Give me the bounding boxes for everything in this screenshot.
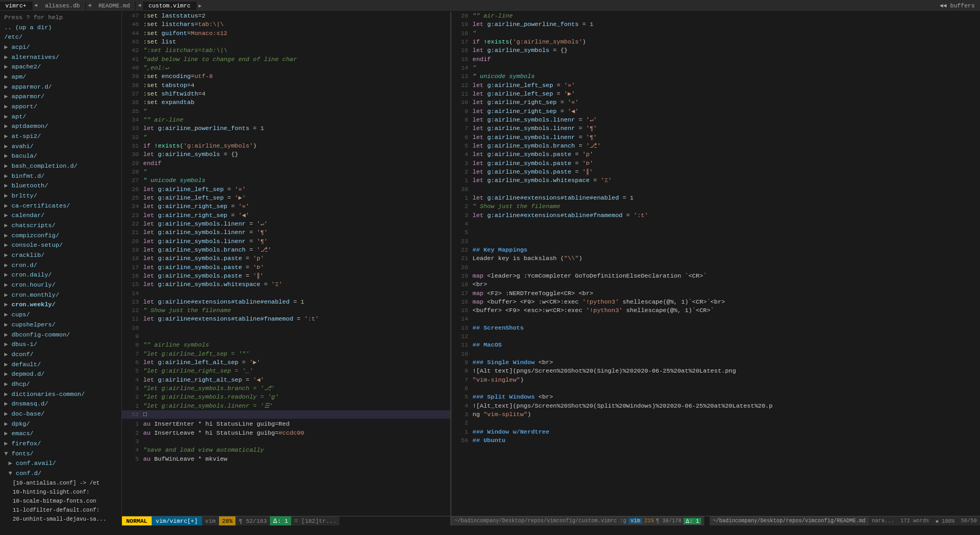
tree-item[interactable]: .. (up a dir) [0,23,121,33]
buffers-button[interactable]: ◄◄ buffers [934,2,980,10]
tree-item[interactable]: ▶ apache2/ [0,62,121,72]
code-line: 6let g:airline_symbols.linenr = '¶' [451,133,980,142]
code-line: 3 [122,437,450,446]
tree-item[interactable]: ▶ cracklib/ [0,251,121,261]
code-line: 15endif [451,55,980,64]
code-line: 2let g:airline_symbols.paste = '∥' [451,168,980,176]
right-editor-pane: 20"" air-line 19let g:airline_powerline_… [451,12,980,525]
tab-label: custom.vimrc [148,3,190,9]
code-line: 14 [451,315,980,323]
code-line: 16 let g:airline_symbols = {} [451,46,980,55]
tab-vimrc[interactable]: vimrc+ [0,2,32,10]
tree-item[interactable]: ▶ cron.monthly/ [0,290,121,300]
code-line: 44:set guifont=Monaco:s12 [122,29,450,38]
code-line: 1au InsertEnter * hi StatusLine guibg=Re… [122,420,450,428]
tree-item[interactable]: ▶ apport/ [0,102,121,112]
code-line: 5 [451,228,980,237]
tree-item[interactable]: ▶ depmod.d/ [0,369,121,379]
right-status-readme-path: ~/badincompany/Desktop/repos/vimconfig/R… [710,516,869,525]
tree-item[interactable]: ▶ cron.daily/ [0,270,121,280]
code-line: 47:set laststatus=2 [122,12,450,20]
tree-item[interactable]: ▶ compizconfig/ [0,231,121,241]
tree-item[interactable]: ▶ apt/ [0,112,121,122]
code-line: 3let g:airline#extensions#tabline#fnamem… [451,211,980,220]
code-line: 43:set list [122,38,450,46]
left-status-col: ᐃ: 1 [270,516,291,525]
code-line: 1### Window w/Nerdtree [451,428,980,436]
code-line: 8"" airline symbols [122,341,450,349]
code-line: 13" unicode symbols [451,72,980,81]
tree-item[interactable]: 11-lcdfilter-default.conf: [0,506,121,515]
code-line: 31if !exists('g:airline_symbols') [122,142,450,150]
tree-item[interactable]: ▶ dnsmasq.d/ [0,399,121,409]
tab-aliases[interactable]: aliases.db [40,2,86,10]
code-line: 2 [451,419,980,427]
code-line: 14" [451,64,980,72]
tree-item[interactable]: ▼ fonts/ [0,449,121,459]
tree-item[interactable]: ▶ apparmor/ [0,92,121,102]
tab-custom[interactable]: custom.vimrc [143,2,196,10]
file-tree: Press ? for help .. (up a dir) /etc/ ▶ a… [0,12,122,525]
tree-item[interactable]: ▶ dictionaries-common/ [0,390,121,400]
code-line: 12" Show just the filename [122,306,450,315]
code-line: 33let g:airline_powerline_fonts = 1 [122,124,450,133]
code-line: 11let g:airline#extensions#tabline#fname… [122,315,450,323]
tree-item[interactable]: ▶ firefox/ [0,439,121,449]
tree-item[interactable]: ▶ cups/ [0,310,121,320]
tree-item[interactable]: ▶ apm/ [0,72,121,82]
code-line: 14 [122,289,450,298]
tree-item[interactable]: ▶ cupshelpers/ [0,320,121,330]
tree-item[interactable]: [10-antialias.conf] -> /et [0,479,121,488]
code-line: 2"let g:airline_symbols.readonly = 'g' [122,393,450,401]
tree-item[interactable]: ▶ apparmor.d/ [0,82,121,92]
tree-item[interactable]: ▶ dconf/ [0,350,121,360]
code-line: 17if !exists('g:airline_symbols') [451,38,980,46]
tree-item[interactable]: ▶ dpkg/ [0,419,121,429]
code-line: 4let g:airline_right_alt_sep = '◀' [122,376,450,384]
code-line: 7"let g:airline_left_sep = '"' [122,350,450,358]
tree-item[interactable]: ▶ binfmt.d/ [0,171,121,182]
left-status-lineinfo: ¶ 52/183 [235,516,270,525]
tree-item[interactable]: ▶ brltty/ [0,191,121,201]
tree-item[interactable]: ▶ at-spi2/ [0,132,121,142]
code-line: 5"let g:airline_right_sep = '_' [122,367,450,375]
main-area: Press ? for help .. (up a dir) /etc/ ▶ a… [0,12,980,525]
tree-item[interactable]: ▶ dbconfig-common/ [0,330,121,340]
tree-item[interactable]: ▶ chatscripts/ [0,221,121,231]
tree-item[interactable]: ▶ doc-base/ [0,409,121,419]
tree-item[interactable]: ▶ console-setup/ [0,240,121,251]
tree-item[interactable]: ▶ bacula/ [0,151,121,161]
tree-item[interactable]: ▶ default/ [0,360,121,370]
tree-item[interactable]: /etc/ [0,32,121,42]
tree-item[interactable]: ▶ cron.hourly/ [0,280,121,290]
code-line: 7let g:airline_symbols.linenr = '¶' [451,124,980,133]
tree-item[interactable]: ▶ cron.d/ [0,261,121,271]
tree-item[interactable]: ▼ conf.d/ [0,469,121,479]
tree-item[interactable]: ▶ dhcp/ [0,379,121,390]
tree-item[interactable]: ▶ bash_completion.d/ [0,161,121,171]
code-line: 40",eol:↵ [122,64,450,72]
code-line: 2au InsertLeave * hi StatusLine guibg=#c… [122,429,450,437]
tree-item[interactable]: 10-scale-bitmap-fonts.con [0,497,121,506]
tree-item[interactable]: ▶ bluetooth/ [0,181,121,191]
tree-item[interactable]: ▶ cron.weekly/ [0,300,121,310]
code-line: 19map <leader>g :YcmCompleter GoToDefini… [451,272,980,280]
tree-item[interactable]: ▶ dbus-1/ [0,340,121,350]
tree-item[interactable]: 10-hinting-slight.conf: [0,488,121,497]
tree-item[interactable]: ▶ alternatives/ [0,53,121,63]
tree-item[interactable]: ▶ emacs/ [0,429,121,439]
tree-item[interactable]: 20-unhint-small-dejavu-sa... [0,515,121,524]
tree-item[interactable]: ▶ aptdaemon/ [0,122,121,132]
right-pane-statusbar: ~/badincompany/Desktop/repos/vimconfig/c… [451,516,980,525]
code-line: 17map <F2> :NERDTreeToggle<CR> <br> [451,289,980,298]
tree-item[interactable]: ▶ ca-certificates/ [0,201,121,211]
code-line: 4 ![Alt_text](pngs/Screen%20Shot%20(Spli… [451,402,980,410]
tab-readme[interactable]: README.md [93,2,136,10]
tree-item[interactable]: ▶ conf.avail/ [0,459,121,469]
code-line: 30 let g:airline_symbols = {} [122,150,450,159]
tree-item[interactable]: ▶ avahi/ [0,142,121,152]
left-editor-content[interactable]: 47:set laststatus=2 46:set listchars=tab… [122,12,450,516]
right-editor-content[interactable]: 20"" air-line 19let g:airline_powerline_… [451,12,980,516]
tree-item[interactable]: ▶ calendar/ [0,211,121,221]
tree-item[interactable]: ▶ acpi/ [0,42,121,53]
